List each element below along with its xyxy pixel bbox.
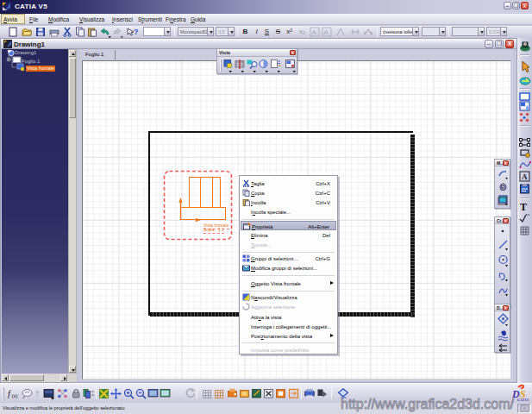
- svg-text:A: A: [324, 28, 329, 36]
- svg-text:f: f: [8, 389, 11, 398]
- svg-text:(x): (x): [12, 393, 18, 398]
- svg-text:A: A: [522, 172, 528, 181]
- svg-text:T: T: [520, 201, 527, 212]
- svg-text:A: A: [312, 28, 317, 36]
- svg-text:?: ?: [134, 28, 139, 36]
